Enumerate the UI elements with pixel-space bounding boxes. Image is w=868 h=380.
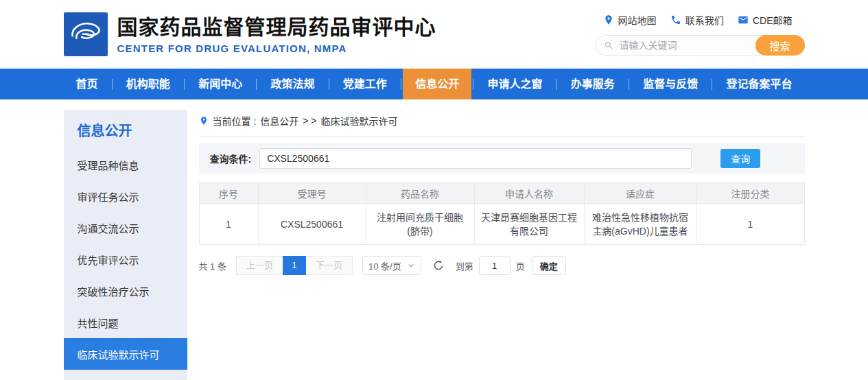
nav-divider <box>184 79 185 90</box>
next-page-button[interactable]: 下一页 <box>306 256 353 275</box>
header-applicant: 申请人名称 <box>474 183 584 204</box>
cell-acceptance-no: CXSL2500661 <box>258 204 366 245</box>
main-navbar: 首页 机构职能 新闻中心 政策法规 党建工作 信息公开 申请人之窗 办事服务 监… <box>0 69 868 99</box>
sidebar-item-marketed-drugs[interactable]: 上市药品信息 <box>64 370 187 380</box>
site-title-cn: 国家药品监督管理局药品审评中心 <box>117 15 436 40</box>
map-pin-icon <box>603 14 614 25</box>
nav-item-registration-platform[interactable]: 登记备案平台 <box>714 69 804 99</box>
indication-line1: 难治性急性移植物抗宿 <box>592 212 688 223</box>
sidebar-item-priority-review[interactable]: 优先审评公示 <box>64 244 187 275</box>
nav-item-news[interactable]: 新闻中心 <box>186 69 255 99</box>
refresh-button[interactable] <box>432 259 446 272</box>
breadcrumb: 当前位置 : 信息公开 > > 临床试验默示许可 <box>199 110 805 137</box>
nav-divider <box>629 79 629 90</box>
pagination-bar: 共 1 条 上一页 1 下一页 10 条/页 到第 页 确定 <box>199 256 805 275</box>
refresh-icon <box>432 259 445 272</box>
nav-item-supervision-feedback[interactable]: 监督与反馈 <box>631 69 710 99</box>
header-drug-name: 药品名称 <box>366 183 474 204</box>
page-size-label: 10 条/页 <box>368 259 401 272</box>
header-seq: 序号 <box>199 183 258 204</box>
prev-page-button[interactable]: 上一页 <box>236 256 283 275</box>
main-panel: 当前位置 : 信息公开 > > 临床试验默示许可 查询条件: 查询 序号 受理号… <box>199 110 805 275</box>
sidebar-title: 信息公开 <box>64 110 187 149</box>
sidebar-item-breakthrough-therapy[interactable]: 突破性治疗公示 <box>64 275 187 307</box>
cde-fish-logo-icon <box>67 14 104 54</box>
header-right: 网站地图 联系我们 CDE邮箱 搜索 <box>595 13 805 56</box>
indication-line2: 主病(aGvHD)儿童患者 <box>592 226 688 237</box>
drug-name-line1: 注射用间充质干细胞 <box>377 212 463 223</box>
query-condition-input[interactable] <box>259 148 692 169</box>
nav-divider <box>329 79 329 90</box>
nav-divider <box>256 79 257 90</box>
pagination-pager: 上一页 1 下一页 <box>236 256 353 275</box>
nav-item-policies[interactable]: 政策法规 <box>258 69 327 99</box>
goto-page-label: 到第 <box>456 259 473 272</box>
breadcrumb-current: 临床试验默示许可 <box>321 114 398 128</box>
header-acceptance-no: 受理号 <box>258 183 366 204</box>
applicant-line1: 天津昂赛细胞基因工程 <box>481 212 577 223</box>
site-searchbar: 搜索 <box>595 35 805 56</box>
sitemap-link-label: 网站地图 <box>618 13 657 27</box>
nav-item-info-disclosure[interactable]: 信息公开 <box>403 69 471 99</box>
nav-item-applicant-window[interactable]: 申请人之窗 <box>475 69 554 99</box>
query-panel: 查询条件: 查询 <box>199 143 805 174</box>
nav-item-party-building[interactable]: 党建工作 <box>331 69 399 99</box>
site-search-input[interactable] <box>620 40 752 51</box>
location-pin-icon <box>199 115 209 126</box>
site-title-en: CENTER FOR DRUG EVALUATION, NMPA <box>117 43 436 54</box>
nav-item-home[interactable]: 首页 <box>64 69 110 99</box>
quick-links: 网站地图 联系我们 CDE邮箱 <box>595 13 805 27</box>
cell-registration-class: 1 <box>696 204 804 245</box>
nav-divider <box>401 79 401 90</box>
sidebar-item-common-issues[interactable]: 共性问题 <box>64 307 187 338</box>
drug-name-line2: (脐带) <box>407 226 432 237</box>
cde-logo <box>64 12 108 56</box>
nav-divider <box>112 79 113 90</box>
sidebar: 信息公开 受理品种信息 审评任务公示 沟通交流公示 优先审评公示 突破性治疗公示… <box>64 110 187 380</box>
header-registration-class: 注册分类 <box>696 183 804 204</box>
page-size-select[interactable]: 10 条/页 <box>362 256 421 275</box>
brand-text: 国家药品监督管理局药品审评中心 CENTER FOR DRUG EVALUATI… <box>117 15 436 54</box>
query-button[interactable]: 查询 <box>720 149 760 168</box>
table-row: 1 CXSL2500661 注射用间充质干细胞 (脐带) 天津昂赛细胞基因工程 … <box>199 204 804 245</box>
nav-divider <box>473 79 473 90</box>
sidebar-item-accepted-varieties[interactable]: 受理品种信息 <box>64 149 187 180</box>
confirm-button[interactable]: 确定 <box>532 256 566 275</box>
cell-applicant: 天津昂赛细胞基因工程 有限公司 <box>474 204 584 245</box>
sitemap-link[interactable]: 网站地图 <box>603 13 657 27</box>
search-icon <box>604 40 614 51</box>
breadcrumb-prefix: 当前位置 : <box>213 114 257 128</box>
goto-page-input[interactable] <box>479 256 511 275</box>
cell-drug-name: 注射用间充质干细胞 (脐带) <box>366 204 474 245</box>
nav-item-organization[interactable]: 机构职能 <box>114 69 183 99</box>
phone-icon <box>670 14 681 25</box>
brand: 国家药品监督管理局药品审评中心 CENTER FOR DRUG EVALUATI… <box>64 12 436 56</box>
site-search-button[interactable]: 搜索 <box>755 35 805 56</box>
sidebar-item-clinical-trial-implied-license[interactable]: 临床试验默示许可 <box>64 338 187 370</box>
applicant-line2: 有限公司 <box>510 226 548 237</box>
cde-mail-link[interactable]: CDE邮箱 <box>738 13 793 27</box>
current-page-button[interactable]: 1 <box>283 256 306 275</box>
nav-divider <box>712 79 712 90</box>
mail-icon <box>738 14 749 25</box>
pagination-total: 共 1 条 <box>199 259 226 272</box>
nav-divider <box>556 79 557 90</box>
results-table: 序号 受理号 药品名称 申请人名称 适应症 注册分类 1 CXSL2500661… <box>199 182 805 245</box>
cde-mail-link-label: CDE邮箱 <box>753 13 793 27</box>
cell-indication: 难治性急性移植物抗宿 主病(aGvHD)儿童患者 <box>584 204 696 245</box>
query-condition-label: 查询条件: <box>210 152 252 165</box>
breadcrumb-separator: > > <box>303 115 316 126</box>
breadcrumb-section[interactable]: 信息公开 <box>260 114 298 128</box>
chevron-down-icon <box>407 261 415 270</box>
nav-item-services[interactable]: 办事服务 <box>559 69 627 99</box>
table-header-row: 序号 受理号 药品名称 申请人名称 适应症 注册分类 <box>199 183 804 204</box>
page-content: 信息公开 受理品种信息 审评任务公示 沟通交流公示 优先审评公示 突破性治疗公示… <box>64 110 805 380</box>
page-unit-label: 页 <box>516 259 525 272</box>
sidebar-item-review-tasks[interactable]: 审评任务公示 <box>64 180 187 212</box>
cell-seq: 1 <box>199 204 258 245</box>
sidebar-item-communication[interactable]: 沟通交流公示 <box>64 212 187 244</box>
contact-link-label: 联系我们 <box>685 13 724 27</box>
contact-link[interactable]: 联系我们 <box>670 13 724 27</box>
site-header: 国家药品监督管理局药品审评中心 CENTER FOR DRUG EVALUATI… <box>64 0 805 69</box>
header-indication: 适应症 <box>584 183 696 204</box>
